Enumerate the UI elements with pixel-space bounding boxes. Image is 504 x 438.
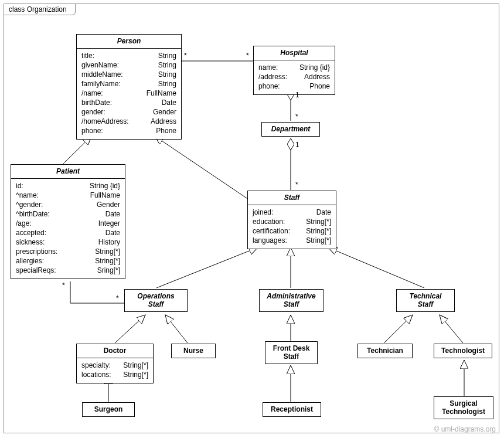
mult-hospital-dept-top: 1 [295, 91, 299, 99]
class-front-desk-staff-name: Front DeskStaff [265, 342, 317, 364]
class-patient-attrs: id:String {id} ^name:FullName ^gender:Ge… [11, 179, 125, 279]
class-doctor: Doctor specialty:String[*] locations:Str… [76, 344, 154, 383]
class-operations-staff-name: OperationsStaff [125, 290, 187, 311]
class-person-attrs: title:String givenName:String middleName… [77, 49, 181, 139]
class-surgeon-name: Surgeon [83, 403, 134, 416]
class-doctor-attrs: specialty:String[*] locations:String[*] [77, 358, 153, 383]
class-technician-name: Technician [358, 344, 412, 358]
class-doctor-name: Doctor [77, 344, 153, 358]
mult-dept-staff-bottom: * [295, 181, 298, 189]
class-surgical-technologist: SurgicalTechnologist [434, 396, 493, 419]
class-hospital-name: Hospital [254, 46, 335, 60]
mult-dept-staff-top: 1 [295, 141, 299, 149]
class-person-name: Person [77, 35, 181, 49]
class-receptionist: Receptionist [263, 402, 321, 417]
class-patient: Patient id:String {id} ^name:FullName ^g… [11, 164, 125, 279]
class-surgeon: Surgeon [82, 402, 135, 417]
mult-hospital-dept-bottom: * [295, 113, 298, 121]
class-nurse: Nurse [171, 344, 216, 358]
class-nurse-name: Nurse [172, 344, 215, 358]
diagram-canvas: class Organization Person title:String g… [0, 0, 504, 438]
watermark: © uml-diagrams.org [434, 425, 496, 433]
class-administrative-staff: AdministrativeStaff [259, 289, 323, 312]
mult-patient-ops-right: * [116, 294, 119, 303]
class-hospital-attrs: name:String {id} /address:Address phone:… [254, 60, 335, 94]
class-technologist: Technologist [434, 344, 492, 358]
class-staff: Staff joined:Date education:String[*] ce… [247, 191, 336, 249]
mult-person-hospital-right: * [246, 52, 249, 60]
class-administrative-staff-name: AdministrativeStaff [260, 290, 323, 311]
class-staff-name: Staff [248, 191, 336, 205]
package-title: class Organization [4, 4, 76, 15]
class-receptionist-name: Receptionist [263, 403, 321, 416]
class-staff-attrs: joined:Date education:String[*] certific… [248, 205, 336, 249]
class-hospital: Hospital name:String {id} /address:Addre… [253, 46, 335, 95]
class-department: Department [261, 122, 320, 137]
class-technician: Technician [357, 344, 413, 358]
class-technical-staff-name: TechnicalStaff [397, 290, 454, 311]
class-operations-staff: OperationsStaff [124, 289, 188, 312]
mult-patient-ops-left: * [62, 281, 65, 290]
class-person: Person title:String givenName:String mid… [76, 34, 182, 140]
class-patient-name: Patient [11, 165, 125, 179]
class-technical-staff: TechnicalStaff [396, 289, 455, 312]
class-front-desk-staff: Front DeskStaff [265, 341, 318, 364]
mult-person-hospital-left: * [184, 52, 187, 60]
class-surgical-technologist-name: SurgicalTechnologist [434, 397, 493, 419]
class-department-name: Department [262, 123, 319, 136]
class-technologist-name: Technologist [434, 344, 492, 358]
